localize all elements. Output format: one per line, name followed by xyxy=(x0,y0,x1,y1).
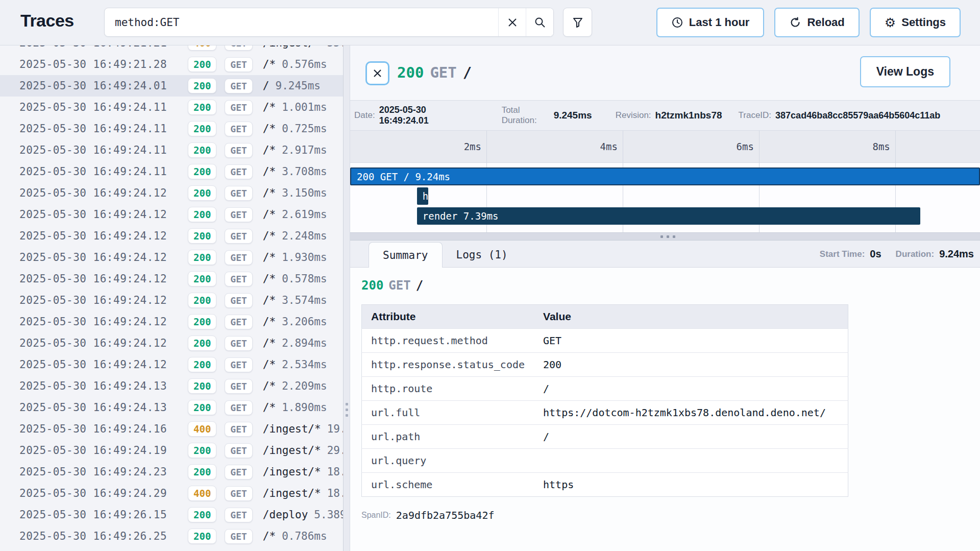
trace-duration: 2.917ms xyxy=(282,144,327,156)
timeline-tick-label: 4ms xyxy=(600,141,623,152)
method-badge: GET xyxy=(225,250,253,265)
reload-icon xyxy=(789,16,801,29)
method-badge: GET xyxy=(225,45,253,51)
filter-button[interactable] xyxy=(563,8,592,37)
trace-timestamp: 2025-05-30 16:49:24.12 xyxy=(19,358,188,371)
trace-timestamp: 2025-05-30 16:49:21.21 xyxy=(19,45,188,49)
method-badge: GET xyxy=(225,400,253,415)
trace-timestamp: 2025-05-30 16:49:24.19 xyxy=(19,444,188,457)
search-input[interactable] xyxy=(105,8,498,36)
trace-row[interactable]: 2025-05-30 16:49:24.12 200 GET /* 2.248m… xyxy=(0,225,343,247)
settings-label: Settings xyxy=(901,16,946,29)
trace-row[interactable]: 2025-05-30 16:49:21.28 200 GET /* 0.576m… xyxy=(0,54,343,75)
span-bar[interactable]: render 7.39ms xyxy=(417,207,920,225)
view-logs-button[interactable]: View Logs xyxy=(860,56,950,87)
trace-row[interactable]: 2025-05-30 16:49:24.23 200 GET /ingest/*… xyxy=(0,461,343,483)
trace-path: /ingest/* xyxy=(263,487,321,499)
trace-path: /ingest/* xyxy=(263,466,321,478)
trace-row[interactable]: 2025-05-30 16:49:24.12 200 GET /* 2.894m… xyxy=(0,332,343,354)
trace-row[interactable]: 2025-05-30 16:49:26.25 200 GET /* 0.786m… xyxy=(0,525,343,547)
trace-row[interactable]: 2025-05-30 16:49:24.12 200 GET /* 3.206m… xyxy=(0,311,343,332)
status-badge: 200 xyxy=(188,121,216,136)
trace-row[interactable]: 2025-05-30 16:49:24.29 400 GET /ingest/*… xyxy=(0,483,343,504)
trace-row[interactable]: 2025-05-30 16:49:24.11 200 GET /* 1.001m… xyxy=(0,97,343,118)
trace-row[interactable]: 2025-05-30 16:49:21.21 400 GET /ingest/*… xyxy=(0,45,343,54)
meta-date-label: Date: xyxy=(354,110,375,121)
meta-traceid: TraceID: 387cad46ba8cc85579aa64b5604c11a… xyxy=(739,110,941,121)
attribute-name: url.full xyxy=(362,401,534,425)
method-badge: GET xyxy=(225,207,253,222)
time-range-button[interactable]: Last 1 hour xyxy=(656,8,765,37)
trace-timestamp: 2025-05-30 16:49:26.25 xyxy=(19,530,188,542)
trace-row[interactable]: 2025-05-30 16:49:24.12 200 GET /* 1.930m… xyxy=(0,247,343,268)
trace-timestamp: 2025-05-30 16:49:24.16 xyxy=(19,423,188,435)
panel-resize-handle[interactable] xyxy=(343,45,350,551)
timeline-tick-label: 8ms xyxy=(872,141,895,152)
trace-row[interactable]: 2025-05-30 16:49:24.11 200 GET /* 3.708m… xyxy=(0,161,343,182)
clear-search-button[interactable] xyxy=(498,8,526,36)
duration-label: Duration: xyxy=(896,249,935,259)
status-badge: 200 xyxy=(188,464,216,480)
trace-timestamp: 2025-05-30 16:49:24.29 xyxy=(19,487,188,499)
trace-row[interactable]: 2025-05-30 16:49:24.19 200 GET /ingest/*… xyxy=(0,440,343,461)
spanid-value: 2a9dfb2a755ba42f xyxy=(396,509,495,521)
trace-path: / xyxy=(263,80,270,92)
tab-logs[interactable]: Logs (1) xyxy=(443,242,522,267)
reload-button[interactable]: Reload xyxy=(774,8,859,37)
trace-row[interactable] xyxy=(0,547,343,551)
trace-row[interactable]: 2025-05-30 16:49:24.13 200 GET /* 2.209m… xyxy=(0,375,343,397)
trace-duration: 0.578ms xyxy=(282,273,327,285)
trace-row[interactable]: 2025-05-30 16:49:24.12 200 GET /* 2.619m… xyxy=(0,204,343,225)
span-label: 200 GET / 9.24ms xyxy=(351,171,450,182)
trace-timestamp: 2025-05-30 16:49:24.11 xyxy=(19,101,188,113)
close-detail-button[interactable] xyxy=(365,61,389,85)
method-badge: GET xyxy=(225,143,253,158)
duration-value: 9.24ms xyxy=(939,248,974,260)
settings-button[interactable]: ⚙ Settings xyxy=(870,8,961,37)
status-badge: 200 xyxy=(188,250,216,265)
trace-duration: 2.209ms xyxy=(282,380,327,392)
attribute-name: http.request.method xyxy=(362,329,534,353)
status-badge: 200 xyxy=(188,293,216,308)
trace-row[interactable]: 2025-05-30 16:49:24.13 200 GET /* 1.890m… xyxy=(0,397,343,418)
trace-row[interactable]: 2025-05-30 16:49:24.16 400 GET /ingest/*… xyxy=(0,418,343,440)
status-badge: 200 xyxy=(188,78,216,93)
drag-dots-icon xyxy=(346,403,348,405)
trace-row[interactable]: 2025-05-30 16:49:24.12 200 GET /* 3.150m… xyxy=(0,182,343,204)
span-bar[interactable]: h xyxy=(417,187,429,205)
attribute-name: url.path xyxy=(362,425,534,449)
tab-summary[interactable]: Summary xyxy=(369,242,443,268)
attribute-name: url.query xyxy=(362,449,534,473)
span-stats: Start Time: 0s Duration: 9.24ms xyxy=(820,248,974,267)
trace-timestamp: 2025-05-30 16:49:21.28 xyxy=(19,58,188,70)
trace-duration: 29. xyxy=(327,444,343,457)
table-row: http.response.status_code 200 xyxy=(362,353,848,377)
search-button[interactable] xyxy=(526,8,553,36)
trace-row[interactable]: 2025-05-30 16:49:24.12 200 GET /* 2.534m… xyxy=(0,354,343,375)
attribute-column-header: Attribute xyxy=(362,305,534,329)
attribute-name: http.route xyxy=(362,377,534,401)
table-row: http.route / xyxy=(362,377,848,401)
method-badge: GET xyxy=(225,272,253,286)
trace-row[interactable]: 2025-05-30 16:49:24.01 200 GET / 9.245ms xyxy=(0,75,343,97)
timeline-resize-handle[interactable] xyxy=(350,232,980,241)
trace-timestamp: 2025-05-30 16:49:26.15 xyxy=(19,509,188,521)
method-badge: GET xyxy=(225,443,253,458)
trace-timeline: 2ms4ms6ms8ms200 GET / 9.24mshrender 7.39… xyxy=(350,130,980,232)
page-title: Traces xyxy=(20,11,74,31)
trace-path: /* xyxy=(263,530,276,542)
method-badge: GET xyxy=(225,293,253,308)
trace-row[interactable]: 2025-05-30 16:49:24.12 200 GET /* 0.578m… xyxy=(0,268,343,290)
spanid-label: SpanID: xyxy=(361,511,391,520)
trace-row[interactable]: 2025-05-30 16:49:26.15 200 GET /deploy 5… xyxy=(0,504,343,525)
status-badge: 200 xyxy=(188,57,216,72)
trace-duration: 2.534ms xyxy=(282,358,327,371)
trace-row[interactable]: 2025-05-30 16:49:24.12 200 GET /* 3.574m… xyxy=(0,290,343,311)
status-badge: 200 xyxy=(188,142,216,158)
trace-row[interactable]: 2025-05-30 16:49:24.11 200 GET /* 0.725m… xyxy=(0,118,343,139)
trace-duration: 0.725ms xyxy=(282,123,327,135)
trace-duration: 0.786ms xyxy=(282,530,327,542)
trace-row[interactable]: 2025-05-30 16:49:24.11 200 GET /* 2.917m… xyxy=(0,139,343,161)
span-bar[interactable]: 200 GET / 9.24ms xyxy=(350,167,980,185)
search-icon xyxy=(534,17,546,28)
